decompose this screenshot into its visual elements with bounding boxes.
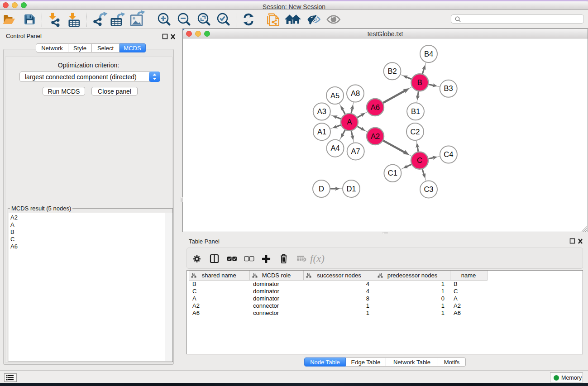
svg-text:D: D [319,185,324,193]
svg-text:A7: A7 [351,147,360,155]
svg-text:B1: B1 [411,107,420,115]
svg-text:A6: A6 [371,103,380,111]
svg-text:A2: A2 [371,132,380,140]
svg-text:A: A [347,118,352,126]
svg-text:f(x): f(x) [310,253,325,264]
svg-text:C2: C2 [410,128,420,136]
svg-text:A5: A5 [330,91,339,100]
svg-text:B: B [417,78,422,86]
svg-text:A8: A8 [351,89,360,97]
svg-text:A3: A3 [317,107,326,115]
svg-text:B3: B3 [444,84,453,92]
svg-text:D1: D1 [346,185,356,193]
svg-text:B2: B2 [387,67,397,75]
svg-text:A1: A1 [317,128,326,136]
svg-text:C: C [417,156,422,164]
svg-text:A4: A4 [330,144,339,152]
svg-text:C4: C4 [444,150,453,158]
svg-text:C3: C3 [424,185,433,193]
svg-text:B4: B4 [424,50,433,58]
svg-text:C1: C1 [388,169,397,177]
